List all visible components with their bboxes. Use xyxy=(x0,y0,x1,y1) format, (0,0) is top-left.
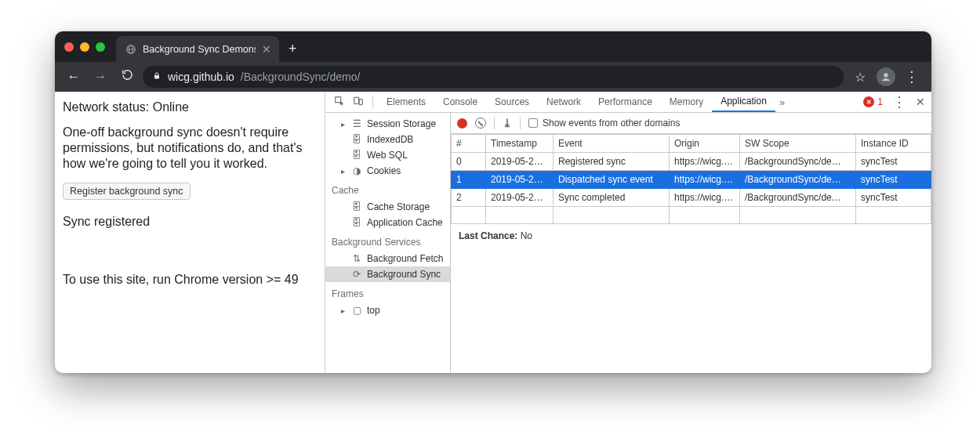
checkbox-icon xyxy=(528,118,538,128)
error-count[interactable]: 1 xyxy=(877,96,883,107)
browser-toolbar: ← → wicg.github.io/BackgroundSync/demo/ … xyxy=(55,62,931,92)
window-close-button[interactable] xyxy=(64,42,74,52)
col-event[interactable]: Event xyxy=(554,135,670,153)
storage-icon: 🗄 xyxy=(351,217,362,228)
table-row xyxy=(452,207,931,224)
network-status: Network status: Online xyxy=(63,100,317,115)
sidebar-item-session-storage[interactable]: ▸☰Session Storage xyxy=(325,116,450,132)
devtools-menu-button[interactable]: ⋮ xyxy=(887,95,911,109)
bookmark-star-icon[interactable]: ☆ xyxy=(848,70,872,85)
window-zoom-button[interactable] xyxy=(96,42,105,52)
storage-icon: 🗄 xyxy=(351,201,362,212)
bg-sync-toolbar: ⤓ Show events from other domains xyxy=(451,113,931,134)
url-domain: wicg.github.io xyxy=(168,71,234,83)
sidebar-item-indexeddb[interactable]: 🗄IndexedDB xyxy=(325,132,450,147)
profile-avatar[interactable] xyxy=(877,67,895,86)
sidebar-item-top-frame[interactable]: ▸▢top xyxy=(325,302,450,318)
tab-memory[interactable]: Memory xyxy=(661,92,712,112)
fetch-icon: ⇅ xyxy=(351,253,362,264)
svg-rect-3 xyxy=(154,75,159,79)
tab-elements[interactable]: Elements xyxy=(378,92,434,112)
show-other-domains-checkbox[interactable]: Show events from other domains xyxy=(528,118,680,129)
device-toolbar-icon[interactable] xyxy=(349,96,368,109)
tab-performance[interactable]: Performance xyxy=(590,92,661,112)
browser-tab[interactable]: Background Sync Demonstratic ✕ xyxy=(116,36,279,62)
application-main: ⤓ Show events from other domains # Times… xyxy=(451,113,931,373)
devtools-close-button[interactable]: ✕ xyxy=(916,96,925,108)
sidebar-item-background-fetch[interactable]: ⇅Background Fetch xyxy=(325,251,450,266)
window-controls xyxy=(64,31,116,62)
sidebar-group-bg-services: Background Services xyxy=(325,230,450,251)
reload-button[interactable] xyxy=(116,68,138,85)
table-header-row: # Timestamp Event Origin SW Scope Instan… xyxy=(452,135,931,153)
globe-icon xyxy=(125,44,136,55)
sidebar-item-cookies[interactable]: ▸◑Cookies xyxy=(325,163,450,179)
browser-tabstrip: Background Sync Demonstratic ✕ + xyxy=(55,31,931,62)
close-icon[interactable]: ✕ xyxy=(262,43,271,56)
table-row[interactable]: 12019-05-2…Dispatched sync eventhttps://… xyxy=(452,171,931,189)
browser-window: Background Sync Demonstratic ✕ + ← → wic… xyxy=(55,31,931,373)
page-viewport: Network status: Online One-off backgroun… xyxy=(55,92,325,373)
database-icon: 🗄 xyxy=(351,150,362,161)
tab-network[interactable]: Network xyxy=(538,92,590,112)
storage-icon: ☰ xyxy=(351,118,362,129)
back-button[interactable]: ← xyxy=(63,69,85,85)
sidebar-group-frames: Frames xyxy=(325,282,450,302)
cookie-icon: ◑ xyxy=(351,165,362,176)
forward-button[interactable]: → xyxy=(89,69,111,85)
table-row[interactable]: 02019-05-2…Registered synchttps://wicg.…… xyxy=(452,153,931,171)
inspect-element-icon[interactable] xyxy=(330,96,349,109)
svg-point-4 xyxy=(884,73,887,77)
address-bar[interactable]: wicg.github.io/BackgroundSync/demo/ xyxy=(143,66,844,88)
content-area: Network status: Online One-off backgroun… xyxy=(55,92,931,373)
col-sw-scope[interactable]: SW Scope xyxy=(740,135,856,153)
devtools-body: ▸☰Session Storage 🗄IndexedDB 🗄Web SQL ▸◑… xyxy=(325,113,931,373)
svg-rect-6 xyxy=(354,97,359,103)
page-footer-note: To use this site, run Chrome version >= … xyxy=(63,272,317,288)
col-timestamp[interactable]: Timestamp xyxy=(486,135,554,153)
sidebar-item-background-sync[interactable]: ⟳Background Sync xyxy=(325,266,450,282)
table-row[interactable]: 22019-05-2…Sync completedhttps://wicg.…/… xyxy=(452,189,931,207)
sync-icon: ⟳ xyxy=(351,269,362,280)
lock-icon xyxy=(152,71,162,83)
devtools: Elements Console Sources Network Perform… xyxy=(325,92,931,373)
record-button[interactable] xyxy=(457,118,467,129)
database-icon: 🗄 xyxy=(351,134,362,145)
sidebar-group-cache: Cache xyxy=(325,179,450,199)
download-icon[interactable]: ⤓ xyxy=(503,117,512,129)
url-path: /BackgroundSync/demo/ xyxy=(241,71,361,83)
tab-title: Background Sync Demonstratic xyxy=(143,44,256,55)
tab-application[interactable]: Application xyxy=(712,92,775,112)
svg-rect-7 xyxy=(359,99,362,104)
events-table: # Timestamp Event Origin SW Scope Instan… xyxy=(451,134,931,224)
new-tab-button[interactable]: + xyxy=(279,36,307,62)
error-badge-icon[interactable] xyxy=(863,96,874,107)
col-origin[interactable]: Origin xyxy=(670,135,740,153)
devtools-tabstrip: Elements Console Sources Network Perform… xyxy=(325,92,931,113)
sidebar-item-application-cache[interactable]: 🗄Application Cache xyxy=(325,215,450,230)
window-minimize-button[interactable] xyxy=(80,42,89,52)
col-index[interactable]: # xyxy=(452,135,486,153)
tab-console[interactable]: Console xyxy=(434,92,486,112)
browser-menu-button[interactable]: ⋮ xyxy=(900,70,924,84)
clear-button[interactable] xyxy=(475,118,486,129)
register-sync-button[interactable]: Register background sync xyxy=(63,183,191,200)
application-sidebar: ▸☰Session Storage 🗄IndexedDB 🗄Web SQL ▸◑… xyxy=(325,113,451,373)
sync-registered-msg: Sync registered xyxy=(63,214,317,230)
more-tabs-icon[interactable]: » xyxy=(775,96,789,108)
page-blurb: One-off background sync doesn't require … xyxy=(63,125,317,172)
col-instance-id[interactable]: Instance ID xyxy=(856,135,931,153)
sidebar-item-cache-storage[interactable]: 🗄Cache Storage xyxy=(325,199,450,215)
event-detail: Last Chance: No xyxy=(451,224,931,248)
frame-icon: ▢ xyxy=(351,305,362,316)
sidebar-item-web-sql[interactable]: 🗄Web SQL xyxy=(325,147,450,163)
tab-sources[interactable]: Sources xyxy=(486,92,538,112)
